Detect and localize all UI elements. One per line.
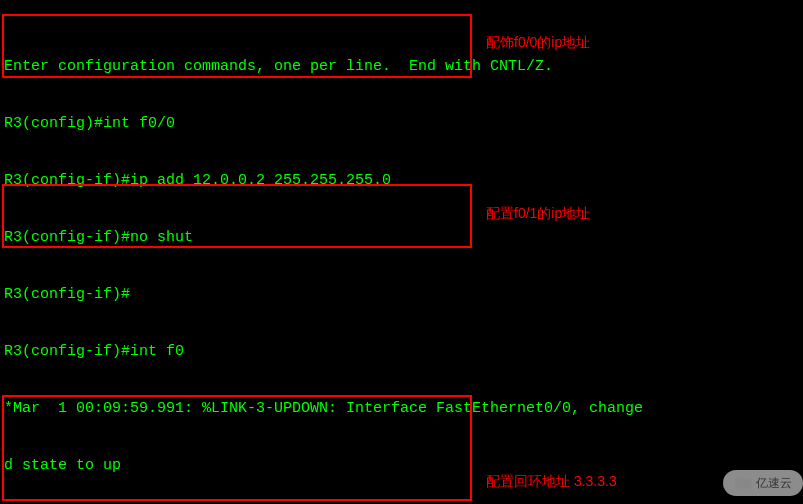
cloud-icon bbox=[734, 477, 752, 489]
terminal-line: R3(config-if)#int f0 bbox=[4, 342, 803, 361]
terminal-window[interactable]: Enter configuration commands, one per li… bbox=[0, 0, 803, 504]
watermark-badge: 亿速云 bbox=[723, 470, 803, 496]
annotation-label-f0-1: 配置f0/1的ip地址 bbox=[486, 204, 590, 223]
annotation-label-f0-0: 配饰f0/0的ip地址 bbox=[486, 33, 590, 52]
terminal-line: R3(config-if)#ip add 12.0.0.2 255.255.25… bbox=[4, 171, 803, 190]
terminal-line: R3(config-if)# bbox=[4, 285, 803, 304]
terminal-line: Enter configuration commands, one per li… bbox=[4, 57, 803, 76]
annotation-label-loopback: 配置回环地址 3.3.3.3 bbox=[486, 472, 617, 491]
watermark-text: 亿速云 bbox=[756, 474, 792, 493]
terminal-line: R3(config-if)#no shut bbox=[4, 228, 803, 247]
terminal-line: R3(config)#int f0/0 bbox=[4, 114, 803, 133]
terminal-line: *Mar 1 00:09:59.991: %LINK-3-UPDOWN: Int… bbox=[4, 399, 803, 418]
terminal-line: d state to up bbox=[4, 456, 803, 475]
